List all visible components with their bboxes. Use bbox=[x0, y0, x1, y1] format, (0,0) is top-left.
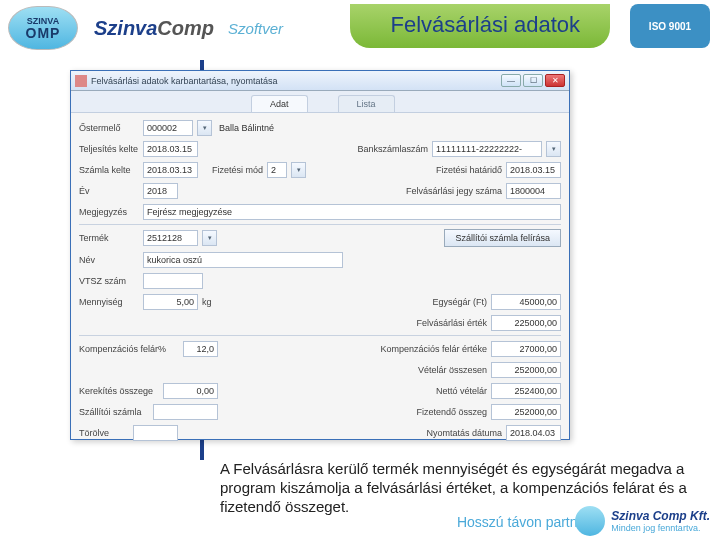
kerekites-input[interactable]: 0,00 bbox=[163, 383, 218, 399]
menny-input[interactable]: 5,00 bbox=[143, 294, 198, 310]
brand-name: SzinvaComp bbox=[94, 17, 214, 40]
menny-label: Mennyiség bbox=[79, 297, 139, 307]
ostermelo-label: Őstermelő bbox=[79, 123, 139, 133]
window-title: Felvásárlási adatok karbantartása, nyomt… bbox=[91, 76, 499, 86]
logo-icon: SZINVA OMP bbox=[8, 6, 78, 50]
bank-picker[interactable]: ▾ bbox=[546, 141, 561, 157]
szallitoi-szamla-button[interactable]: Szállítói számla felírása bbox=[444, 229, 561, 247]
vetelar-label: Vételár összesen bbox=[418, 365, 487, 375]
szamla-label: Számla kelte bbox=[79, 165, 139, 175]
close-button[interactable]: ✕ bbox=[545, 74, 565, 87]
ev-label: Év bbox=[79, 186, 139, 196]
fizetendo-label: Fizetendő összeg bbox=[416, 407, 487, 417]
footer-logo-block: Szinva Comp Kft. Minden jog fenntartva. bbox=[575, 506, 710, 536]
ostermelo-input[interactable]: 000002 bbox=[143, 120, 193, 136]
window-icon bbox=[75, 75, 87, 87]
jegyszam-label: Felvásárlási jegy száma bbox=[406, 186, 502, 196]
fizhat-input[interactable]: 2018.03.15 bbox=[506, 162, 561, 178]
termek-input[interactable]: 2512128 bbox=[143, 230, 198, 246]
kompfe-label: Kompenzációs felár értéke bbox=[380, 344, 487, 354]
form-area: Őstermelő 000002 ▾ Balla Bálintné Teljes… bbox=[71, 113, 569, 451]
torolve-input[interactable] bbox=[133, 425, 178, 441]
menny-unit: kg bbox=[202, 297, 212, 307]
fizmod-picker[interactable]: ▾ bbox=[291, 162, 306, 178]
teljesites-input[interactable]: 2018.03.15 bbox=[143, 141, 198, 157]
tab-bar: Adat Lista bbox=[71, 91, 569, 113]
fizetendo-value: 252000,00 bbox=[491, 404, 561, 420]
app-window: Felvásárlási adatok karbantartása, nyomt… bbox=[70, 70, 570, 440]
slide-title: Felvásárlási adatok bbox=[350, 4, 610, 48]
netto-value: 252400,00 bbox=[491, 383, 561, 399]
felvert-value: 225000,00 bbox=[491, 315, 561, 331]
tab-lista[interactable]: Lista bbox=[338, 95, 395, 112]
window-titlebar[interactable]: Felvásárlási adatok karbantartása, nyomt… bbox=[71, 71, 569, 91]
vetelar-value: 252000,00 bbox=[491, 362, 561, 378]
nev-label: Név bbox=[79, 255, 139, 265]
iso-badge: ISO 9001 bbox=[630, 4, 710, 48]
nev-input[interactable]: kukorica oszú bbox=[143, 252, 343, 268]
megj-label: Megjegyzés bbox=[79, 207, 139, 217]
egysegar-input[interactable]: 45000,00 bbox=[491, 294, 561, 310]
footer-text: Szinva Comp Kft. Minden jog fenntartva. bbox=[611, 509, 710, 533]
footer-tagline: Hosszú távon partner bbox=[457, 514, 590, 530]
termek-picker[interactable]: ▾ bbox=[202, 230, 217, 246]
bank-input[interactable]: 11111111-22222222- bbox=[432, 141, 542, 157]
kerekites-label: Kerekítés összege bbox=[79, 386, 159, 396]
footer-logo-icon bbox=[575, 506, 605, 536]
page-header: SZINVA OMP SzinvaComp Szoftver Felvásárl… bbox=[0, 0, 720, 56]
nyomt-label: Nyomtatás dátuma bbox=[426, 428, 502, 438]
szallszamla-label: Szállítói számla bbox=[79, 407, 149, 417]
kompfe-value: 27000,00 bbox=[491, 341, 561, 357]
ostermelo-name: Balla Bálintné bbox=[216, 120, 336, 136]
ostermelo-picker[interactable]: ▾ bbox=[197, 120, 212, 136]
szamla-input[interactable]: 2018.03.13 bbox=[143, 162, 198, 178]
felvert-label: Felvásárlási érték bbox=[416, 318, 487, 328]
egysegar-label: Egységár (Ft) bbox=[432, 297, 487, 307]
minimize-button[interactable]: — bbox=[501, 74, 521, 87]
bank-label: Bankszámlaszám bbox=[357, 144, 428, 154]
divider bbox=[79, 224, 561, 225]
termek-label: Termék bbox=[79, 233, 139, 243]
maximize-button[interactable]: ☐ bbox=[523, 74, 543, 87]
nyomt-value: 2018.04.03 bbox=[506, 425, 561, 441]
divider-2 bbox=[79, 335, 561, 336]
torolve-label: Törölve bbox=[79, 428, 129, 438]
logo-block: SZINVA OMP SzinvaComp Szoftver bbox=[0, 6, 283, 50]
logo-big-text: OMP bbox=[26, 26, 61, 40]
fizmod-input[interactable]: 2 bbox=[267, 162, 287, 178]
vtsz-input[interactable] bbox=[143, 273, 203, 289]
ev-input[interactable]: 2018 bbox=[143, 183, 178, 199]
kompf-input[interactable]: 12,0 bbox=[183, 341, 218, 357]
teljesites-label: Teljesítés kelte bbox=[79, 144, 139, 154]
fizhat-label: Fizetési határidő bbox=[436, 165, 502, 175]
netto-label: Nettó vételár bbox=[436, 386, 487, 396]
megj-input[interactable]: Fejrész megjegyzése bbox=[143, 204, 561, 220]
footer-rights: Minden jog fenntartva. bbox=[611, 523, 710, 533]
tab-adat[interactable]: Adat bbox=[251, 95, 308, 112]
kompf-label: Kompenzációs felár% bbox=[79, 344, 179, 354]
fizmod-label: Fizetési mód bbox=[212, 165, 263, 175]
jegyszam-input[interactable]: 1800004 bbox=[506, 183, 561, 199]
brand-subtitle: Szoftver bbox=[228, 20, 283, 37]
vtsz-label: VTSZ szám bbox=[79, 276, 139, 286]
footer-company: Szinva Comp Kft. bbox=[611, 509, 710, 523]
szallszamla-input[interactable] bbox=[153, 404, 218, 420]
